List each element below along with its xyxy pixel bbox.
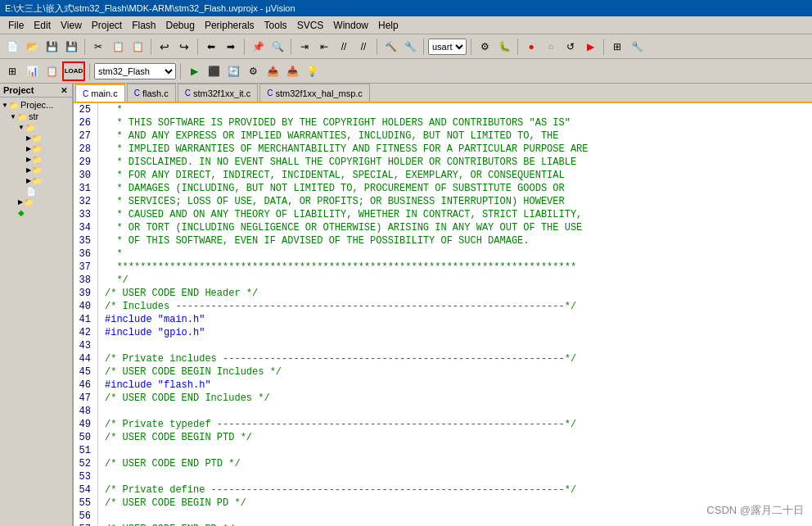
indent-btn[interactable]: ⇥: [295, 38, 314, 56]
expand-icon-2[interactable]: ▼: [18, 124, 25, 131]
tree-item-5[interactable]: ◆: [2, 207, 70, 218]
nav-back-btn[interactable]: ⬅: [202, 38, 220, 56]
project-tree: ▼ 📁 Projec... ▼ 📁 str ▼ 📁 ▶ 📁 ▶ 📁: [0, 97, 72, 220]
nav-fwd-btn[interactable]: ➡: [222, 38, 240, 56]
folder-icon-3b: 📁: [32, 144, 42, 153]
tree-item-3a[interactable]: ▶ 📁: [2, 133, 70, 143]
undo-btn[interactable]: ↩: [156, 38, 174, 56]
tree-item-3d[interactable]: ▶ 📁: [2, 165, 70, 175]
menu-project[interactable]: Project: [87, 18, 127, 33]
dbg-start-btn[interactable]: ●: [522, 38, 540, 56]
copy-btn[interactable]: 📋: [109, 38, 127, 56]
menu-help[interactable]: Help: [373, 18, 404, 33]
t2-refresh-btn[interactable]: 🔄: [224, 62, 242, 80]
toolbar1: 📄 📂 💾 💾 ✂ 📋 📋 ↩ ↪ ⬅ ➡ 📌 🔍 ⇥ ⇤ // // 🔨 🔧 …: [0, 34, 812, 59]
expand-icon-3d[interactable]: ▶: [26, 166, 31, 174]
dbg-stop-btn[interactable]: ○: [542, 38, 560, 56]
expand-icon-str[interactable]: ▼: [10, 113, 16, 120]
settings-btn2[interactable]: 🔧: [628, 38, 646, 56]
tree-item-4[interactable]: ▶ 📁: [2, 197, 70, 207]
folder-icon-3a: 📁: [32, 134, 42, 143]
menu-file[interactable]: File: [3, 18, 29, 33]
project-panel-title: Project: [3, 85, 34, 95]
build-btn[interactable]: 🔨: [381, 38, 399, 56]
menu-debug[interactable]: Debug: [161, 18, 200, 33]
tab-flash-c[interactable]: C flash.c: [127, 84, 176, 102]
code-content[interactable]: * * THIS SOFTWARE IS PROVIDED BY THE COP…: [98, 103, 812, 526]
expand-icon[interactable]: ▼: [2, 102, 8, 109]
sep3: [197, 39, 198, 55]
find-btn[interactable]: 🔍: [268, 38, 286, 56]
dbg-btn[interactable]: 🐛: [495, 38, 513, 56]
paste-btn[interactable]: 📋: [129, 38, 147, 56]
save-btn[interactable]: 💾: [43, 38, 61, 56]
t2-btn1[interactable]: ⊞: [3, 62, 21, 80]
target-dropdown[interactable]: usart: [428, 39, 467, 55]
comment-btn[interactable]: //: [335, 38, 353, 56]
expand-icon-3b[interactable]: ▶: [26, 145, 31, 152]
folder-icon-3d: 📁: [32, 166, 42, 175]
tab-stm32-it[interactable]: C stm32f1xx_it.c: [178, 84, 259, 102]
tree-item-3e[interactable]: ▶ 📁: [2, 175, 70, 186]
bookmark-btn[interactable]: 📌: [249, 38, 267, 56]
tab-main-c[interactable]: C main.c: [75, 84, 125, 102]
expand-icon-4[interactable]: ▶: [18, 198, 23, 206]
tree-item-3c[interactable]: ▶ 📁: [2, 154, 70, 165]
sep10: [603, 39, 604, 55]
tab-stm32-hal[interactable]: C stm32f1xx_hal_msp.c: [259, 84, 370, 102]
tab-stm32-hal-icon: C: [267, 88, 273, 97]
sep5: [291, 39, 291, 55]
title-bar: E:\大三上\嵌入式\stm32_Flash\MDK-ARM\stm32_Fla…: [0, 0, 812, 16]
menu-window[interactable]: Window: [328, 18, 373, 33]
folder-icon: 📁: [9, 101, 19, 110]
t2-btn2[interactable]: 📊: [23, 62, 41, 80]
tree-item-str[interactable]: ▼ 📁 str: [2, 111, 70, 122]
tab-stm32-it-icon: C: [185, 88, 191, 97]
save-all-btn[interactable]: 💾: [62, 38, 80, 56]
sep9: [517, 39, 518, 55]
tree-item-3b[interactable]: ▶ 📁: [2, 143, 70, 154]
uncomment-btn[interactable]: //: [354, 38, 372, 56]
tree-item-str-label: str: [29, 111, 38, 121]
menu-tools[interactable]: Tools: [259, 18, 292, 33]
tree-item-3f[interactable]: 📄: [2, 186, 70, 197]
rebuild-btn[interactable]: 🔧: [401, 38, 419, 56]
tab-bar: C main.c C flash.c C stm32f1xx_it.c C st…: [74, 84, 812, 103]
tab-main-c-icon: C: [83, 89, 88, 98]
expand-icon-3c[interactable]: ▶: [26, 156, 31, 163]
dbg-run-btn[interactable]: ▶: [581, 38, 599, 56]
project-dropdown[interactable]: stm32_Flash: [94, 63, 176, 79]
menu-svcs[interactable]: SVCS: [292, 18, 329, 33]
outdent-btn[interactable]: ⇤: [315, 38, 333, 56]
menu-flash[interactable]: Flash: [127, 18, 160, 33]
t2-import-btn[interactable]: 📥: [283, 62, 301, 80]
open-btn[interactable]: 📂: [23, 38, 41, 56]
sep6: [377, 39, 377, 55]
t2-run-btn[interactable]: ▶: [185, 62, 203, 80]
sep4: [244, 39, 245, 55]
redo-btn[interactable]: ↪: [175, 38, 193, 56]
dbg-reset-btn[interactable]: ↺: [562, 38, 580, 56]
folder-icon-4: 📁: [24, 197, 34, 206]
load-button[interactable]: LOAD: [62, 61, 85, 81]
t2-btn3[interactable]: 📋: [43, 62, 61, 80]
t2-export-btn[interactable]: 📤: [264, 62, 282, 80]
tree-root[interactable]: ▼ 📁 Projec...: [2, 99, 70, 111]
cut-btn[interactable]: ✂: [89, 38, 107, 56]
menu-edit[interactable]: Edit: [29, 18, 56, 33]
options-btn[interactable]: ⚙: [476, 38, 494, 56]
t2-gear-btn[interactable]: ⚙: [244, 62, 262, 80]
menu-view[interactable]: View: [56, 18, 87, 33]
tab-flash-c-label: flash.c: [142, 88, 169, 98]
t2-stop-btn[interactable]: ⬛: [205, 62, 223, 80]
new-btn[interactable]: 📄: [3, 38, 21, 56]
menu-peripherals[interactable]: Peripherals: [200, 18, 259, 33]
code-editor[interactable]: 2526272829303132333435363738394041424344…: [74, 103, 812, 526]
tree-item-2[interactable]: ▼ 📁: [2, 122, 70, 133]
expand-icon-3e[interactable]: ▶: [26, 177, 31, 184]
t2-light-btn[interactable]: 💡: [303, 62, 321, 80]
project-panel: Project ✕ ▼ 📁 Projec... ▼ 📁 str ▼ 📁 ▶ 📁: [0, 84, 74, 526]
expand-icon-3a[interactable]: ▶: [26, 134, 31, 142]
project-panel-close[interactable]: ✕: [59, 86, 69, 95]
win-btn[interactable]: ⊞: [608, 38, 626, 56]
